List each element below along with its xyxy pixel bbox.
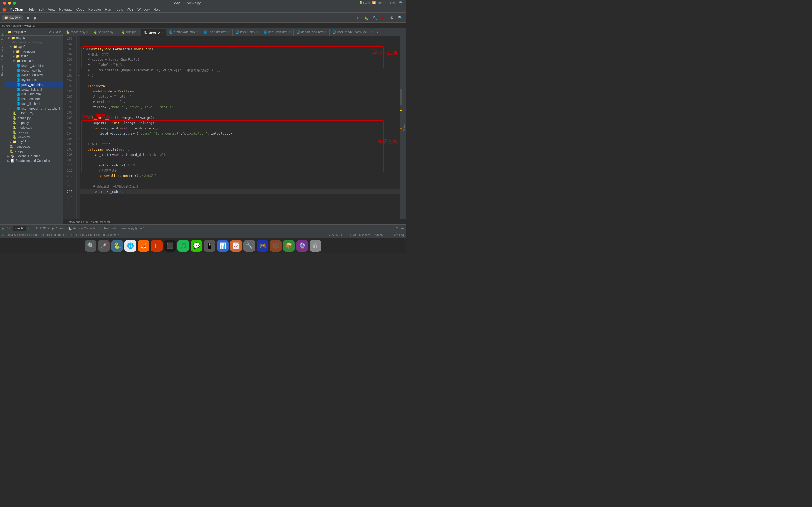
breadcrumb-app01[interactable]: app01 (13, 24, 21, 27)
tab-close-userlist[interactable]: × (228, 31, 230, 34)
sync-icon[interactable]: ⟳ (49, 30, 51, 34)
debug-button[interactable]: 🐛 (363, 14, 370, 21)
minimap[interactable] (400, 36, 402, 219)
tree-item-views[interactable]: 🐍 views.py (5, 135, 63, 139)
menu-tools[interactable]: Tools (115, 7, 123, 11)
tree-item-templates[interactable]: ▼ 📁 templates (5, 59, 63, 63)
code-content[interactable]: 字段 + 正则 钩子方法 class PrettyModelForm ( for… (80, 36, 400, 219)
forward-button[interactable]: ▶ (32, 14, 40, 21)
tab-sview[interactable]: SView (402, 122, 406, 132)
run-close[interactable]: × (27, 227, 29, 230)
tree-item-pretty-add[interactable]: 🌐 pretty_add.html (5, 82, 63, 87)
tab-run-panel[interactable]: ▶ 4: Run (52, 227, 65, 230)
tree-item-admin[interactable]: 🐍 admin.py (5, 116, 63, 120)
traffic-lights[interactable] (3, 2, 16, 5)
stop-button[interactable]: ■ (379, 14, 387, 21)
maximize-button[interactable] (13, 2, 16, 5)
tree-item-depart-add[interactable]: 🌐 depart_add.html (5, 63, 63, 68)
collapse-icon[interactable]: ≡ (52, 30, 54, 34)
menu-navigate[interactable]: Navigate (59, 7, 72, 11)
tree-item-init[interactable]: 🐍 __init__.py (5, 111, 63, 116)
tree-item-day16-sub[interactable]: ▶ 📁 day16 (5, 139, 63, 144)
tab-user-list[interactable]: 🌐 user_list.html × (201, 29, 233, 36)
bc-method[interactable]: clean_mobile() (91, 220, 110, 223)
tree-item-apps[interactable]: 🐍 apps.py (5, 120, 63, 125)
tab-models[interactable]: 🐍 models.py × (63, 29, 91, 36)
tree-item-app01[interactable]: ▼ 📁 app01 (5, 44, 63, 49)
dock-chrome[interactable]: 🌐 (124, 240, 136, 251)
menu-edit[interactable]: Edit (38, 7, 44, 11)
menu-vcs[interactable]: VCS (126, 7, 134, 11)
search-button[interactable]: 🔍 (397, 14, 404, 21)
tree-item-xxx[interactable]: 🐍 xxx.py (5, 149, 63, 154)
tab-todo[interactable]: ☑ 6: TODO (32, 227, 49, 230)
tree-item-user-list[interactable]: 🌐 user_list.html (5, 101, 63, 106)
back-button[interactable]: ◀ (24, 14, 31, 21)
tab-close-settings[interactable]: × (114, 31, 116, 34)
dock-terminal[interactable]: ⬛ (164, 240, 176, 251)
dock-another[interactable]: 📱 (204, 240, 215, 251)
dock-app5[interactable]: 🎼 (270, 240, 282, 251)
close-button[interactable] (3, 2, 6, 5)
run-button[interactable]: ▶ (354, 14, 362, 21)
tab-settings[interactable]: 🐍 settings.py × (91, 29, 119, 36)
breadcrumb-file[interactable]: views.py (24, 24, 36, 27)
dock-wechat[interactable]: 💬 (191, 240, 202, 251)
dock-app6[interactable]: 📦 (283, 240, 295, 251)
dock-app4[interactable]: 🎮 (257, 240, 268, 251)
tab-pretty-add[interactable]: 🌐 pretty_add.html × (166, 29, 201, 36)
fold-207[interactable]: • (78, 137, 79, 140)
menu-run[interactable]: Run (105, 7, 111, 11)
fold-195[interactable]: • (78, 74, 79, 77)
tab-close-views[interactable]: × (162, 31, 163, 34)
settings-button[interactable]: ⚙ (388, 14, 395, 21)
dock-trash[interactable]: 🗑 (309, 240, 321, 251)
dock-app3[interactable]: 🔧 (244, 240, 255, 251)
tab-overflow-btn[interactable]: ▾ (375, 31, 380, 34)
indent-setting[interactable]: 4 spaces (359, 233, 370, 237)
dock-pycharm[interactable]: 🐍 (111, 240, 123, 251)
apple-menu[interactable]: 🍎 (2, 7, 7, 12)
tab-close-useredit[interactable]: × (289, 31, 291, 34)
dock-fontlab[interactable]: F (151, 240, 162, 251)
tab-close-layout[interactable]: × (256, 31, 258, 34)
tab-depart-add[interactable]: 🌐 depart_add.html × (294, 29, 329, 36)
project-dropdown[interactable]: 📁 day16 ▾ (2, 15, 23, 20)
dock-firefox[interactable]: 🦊 (138, 240, 149, 251)
menu-file[interactable]: File (29, 7, 35, 11)
tree-item-tests[interactable]: 🐍 tests.py (5, 130, 63, 135)
dock-app1[interactable]: 📊 (217, 240, 229, 251)
tab-terminal[interactable]: ⬛ Terminal (99, 227, 115, 230)
menu-window[interactable]: Window (138, 7, 150, 11)
fold-201[interactable]: • (78, 106, 79, 109)
dock-app7[interactable]: 🔮 (296, 240, 308, 251)
dock-app2[interactable]: 📈 (230, 240, 242, 251)
fold-190[interactable]: • (78, 48, 79, 50)
dock-launchpad[interactable]: 🚀 (98, 240, 110, 251)
tree-item-user-edit[interactable]: 🌐 user_edit.html (5, 97, 63, 101)
tree-item-layout[interactable]: 🌐 layout.html (5, 78, 63, 82)
tab-layout[interactable]: 🌐 layout.html × (233, 29, 261, 36)
tree-item-user-model[interactable]: 🌐 user_model_form_add.html (5, 106, 63, 111)
tree-item-migrations[interactable]: ▶ 📁 migrations (5, 49, 63, 54)
tab-close-usermodel[interactable]: × (370, 31, 372, 34)
tree-item-external-libs[interactable]: ▶ 📚 External Libraries (5, 154, 63, 158)
menu-help[interactable]: Help (153, 7, 160, 11)
close-icon[interactable]: × (59, 30, 61, 34)
tab-user-model[interactable]: 🌐 user_model_form_ac... × (329, 29, 375, 36)
settings-gear-icon[interactable]: ⚙ (396, 227, 399, 230)
tree-item-scratches[interactable]: ▶ 📝 Scratches and Consoles (5, 158, 63, 163)
favorites-tab[interactable]: Favorites (1, 64, 4, 77)
tab-views[interactable]: 🐍 views.py × (141, 29, 166, 36)
search-icon[interactable]: 🔍 (399, 1, 403, 5)
tab-python-console[interactable]: 🐍 Python Console (68, 227, 95, 230)
event-log[interactable]: Event Log (391, 233, 404, 237)
tree-item-user-add[interactable]: 🌐 user_add.html (5, 92, 63, 97)
tab-close-pretty[interactable]: × (197, 31, 198, 34)
settings-icon[interactable]: ⚙ (55, 30, 58, 34)
app-name[interactable]: PyCharm (10, 7, 26, 11)
minimize-panel-icon[interactable]: — (401, 227, 404, 230)
python-version[interactable]: Python 3.9 (374, 233, 388, 237)
menu-refactor[interactable]: Refactor (88, 7, 101, 11)
project-tab[interactable]: 1: Project (1, 31, 4, 44)
